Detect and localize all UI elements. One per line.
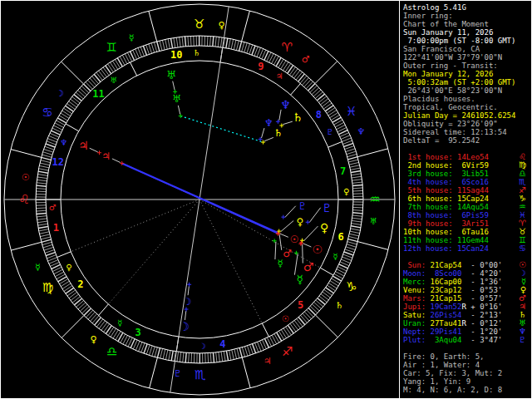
planet-row: Satu: 26Pis54 - 2°13'♄ [401,311,531,319]
degree-tick [345,249,354,253]
degree-tick [39,165,49,167]
chart-info-line: Sun January 11, 2026 [401,28,531,37]
degree-tick [155,347,157,357]
sign-glyph-virgo: ♍ [42,280,53,295]
degree-tick [180,37,180,47]
planet-pointer [275,242,276,259]
degree-tick [351,229,361,230]
degree-tick [71,99,78,105]
sign-glyph-leo: ♌ [18,192,29,207]
degree-tick [346,149,355,152]
stats-line: Yang: 1, Yin: 9 [401,377,531,386]
degree-tick [353,190,363,191]
sign-ruler-icon: ☿ [129,32,135,43]
house-ruler-icon: ♇ [326,127,333,136]
degree-tick [188,37,189,47]
planet-pointer [173,81,175,91]
chart-info-line: Sidereal time: 12:13:54 [401,128,531,136]
sign-icon: ♋ [519,244,531,253]
degree-tick [216,352,217,362]
planet-glyph-pluto-transit: ♇ [322,201,332,214]
degree-tick [98,71,104,78]
degree-tick [170,38,172,48]
sign-boundary [149,11,157,42]
degree-tick [162,40,165,50]
house-boundary [328,141,342,147]
sign-ruler-icon: ♄ [335,300,343,311]
house-number-8: 8 [316,109,322,121]
sign-glyph-gemini: ♊ [106,40,116,55]
degree-tick [37,185,47,186]
aspect-line-uranus-saturn [180,116,263,143]
planet-row: Merc: 16Cap00 - 1°36'☿ [401,278,531,286]
degree-tick [352,215,362,216]
degree-tick [352,176,362,178]
degree-tick [352,185,362,185]
planet-pointer [283,121,293,125]
degree-tick [81,86,89,92]
planet-pointer [303,226,318,241]
astrology-biwheel-chart: ♈♂♉♀♊☿♋☽♌☉♍☿♎♀♏♇♐♃♑♄♒♅♓♆1♂2♀3☿4☽5☉6☿7♀8♇… [0,0,399,399]
degree-tick [111,328,116,337]
panel-divider [399,0,400,399]
planet-row: Plut: 3Aqu04 - 3°47'♇ [401,336,531,344]
planet-row: Nept: 29Pis41 - 1°20'♆ [401,328,531,336]
house-number-1: 1 [53,222,59,234]
degree-tick [62,111,71,116]
degree-tick [47,258,57,262]
degree-tick [325,106,333,111]
house-row: 6th house: 15Cap24♑ [401,195,531,203]
degree-tick [165,39,168,49]
degree-tick [303,77,309,85]
sign-boundary [11,150,42,158]
degree-tick [242,347,244,357]
degree-tick [244,347,248,356]
degree-tick [110,62,116,71]
degree-tick [37,219,47,219]
degree-tick [72,297,80,303]
house-boundary [320,268,333,275]
planet-pointer [178,106,180,115]
degree-tick [310,86,318,92]
planet-row: Moon: 8Sco00 - 4°20'☽ [401,269,531,278]
chart-info-line: Tropical, Geocentric. [401,103,531,111]
degree-tick [242,42,244,52]
planet-row: Sun: 21Cap54 - 0°00'☉ [401,261,531,269]
degree-tick [313,304,320,311]
planet-pointer [262,128,264,138]
degree-tick [76,92,83,99]
degree-tick [37,180,47,180]
degree-tick [351,170,361,172]
degree-tick [95,318,101,325]
degree-tick [232,350,234,360]
degree-tick [226,351,228,361]
sign-boundary [150,357,158,388]
sign-glyph-pisces: ♓ [346,104,357,119]
degree-tick [281,330,286,338]
planet-glyph-uranus-transit: ♅ [166,68,177,81]
degree-tick [191,353,192,363]
degree-tick [300,76,307,83]
element-stats-block: Fire: 0, Earth: 5,Air : 1, Water: 4Car: … [401,352,531,394]
planet-pointer [281,221,294,232]
chart-info-line: 5:00:32am (ST +2:00 GMT) [401,78,531,86]
stats-line: M: 4, N: 6, A: 2, D: 8 [401,386,531,394]
planet-glyph-moon-natal: ☽ [183,296,192,308]
degree-tick [328,110,337,116]
degree-tick [234,40,236,50]
degree-tick [94,74,101,81]
chart-info-line: 26°43'00"E 58°23'00"N [401,86,531,95]
degree-tick [353,210,363,211]
degree-tick [349,234,359,236]
planet-pointer [264,137,273,140]
degree-tick [42,157,52,160]
sign-boundary [11,242,42,250]
degree-tick [298,318,305,325]
sign-glyph-aries: ♈ [281,40,292,55]
sign-boundary [62,62,84,84]
planet-row: Jupi: 19Can52R + 0°16'♃ [401,303,531,311]
degree-tick [319,96,327,103]
chart-info-line: Obliquity = 23°26'09" [401,120,531,128]
degree-tick [316,300,323,307]
planet-glyph-uranus-natal: ♅ [172,93,181,105]
